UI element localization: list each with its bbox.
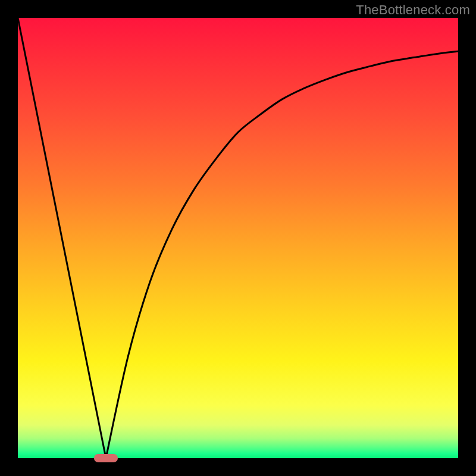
watermark-text: TheBottleneck.com (356, 2, 470, 18)
curve-left-arm (18, 18, 106, 458)
minimum-marker (94, 454, 118, 462)
chart-stage: TheBottleneck.com (0, 0, 476, 476)
curve-right-arm (106, 51, 458, 458)
curve-svg (18, 18, 458, 458)
plot-area (18, 18, 458, 458)
